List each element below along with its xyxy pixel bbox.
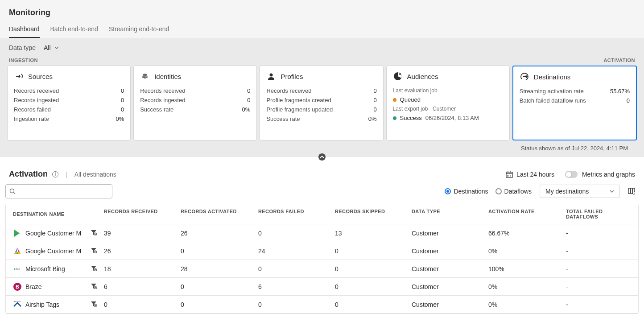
destination-name: Google Customer M bbox=[25, 230, 81, 237]
cell-received: 39 bbox=[100, 230, 177, 237]
audiences-icon bbox=[393, 71, 403, 81]
label: Ingestion rate bbox=[14, 116, 49, 122]
row-filter-icon[interactable] bbox=[91, 229, 97, 237]
card-sources[interactable]: Sources Records received0 Records ingest… bbox=[7, 66, 131, 140]
svg-point-14 bbox=[10, 189, 14, 193]
th-received[interactable]: RECORDS RECEIVED bbox=[100, 204, 177, 224]
th-totalfailed[interactable]: TOTAL FAILED DATAFLOWS bbox=[562, 204, 634, 224]
card-identities[interactable]: Identities Records received0 Records ing… bbox=[133, 66, 257, 140]
collapse-handle[interactable] bbox=[317, 152, 327, 162]
table-row[interactable]: BingMicrosoft Bing182800Customer100%- bbox=[6, 260, 638, 278]
fingerprint-icon bbox=[140, 71, 150, 81]
label: Records received bbox=[266, 87, 311, 94]
value: 0 bbox=[121, 97, 124, 103]
cell-failed: 24 bbox=[255, 248, 331, 255]
row-filter-icon[interactable] bbox=[91, 283, 97, 290]
cell-activated: 26 bbox=[177, 230, 255, 237]
cell-skipped: 13 bbox=[331, 230, 408, 237]
info-icon[interactable]: i bbox=[52, 171, 58, 177]
cell-name: BBraze bbox=[6, 282, 100, 291]
search-input[interactable] bbox=[16, 188, 108, 195]
destination-logo: AIRSHIP bbox=[13, 300, 22, 309]
th-failed[interactable]: RECORDS FAILED bbox=[255, 204, 331, 224]
value: 0 bbox=[121, 106, 124, 113]
th-datatype[interactable]: DATA TYPE bbox=[408, 204, 485, 224]
cell-received: 18 bbox=[100, 265, 177, 272]
card-profiles[interactable]: Profiles Records received0 Profile fragm… bbox=[260, 66, 383, 140]
label: Records failed bbox=[14, 106, 51, 113]
svg-text:B: B bbox=[16, 284, 19, 289]
radio-dataflows[interactable]: Dataflows bbox=[495, 188, 532, 195]
search-icon bbox=[9, 188, 16, 194]
sources-title: Sources bbox=[28, 73, 53, 80]
cell-datatype: Customer bbox=[408, 265, 485, 272]
svg-point-4 bbox=[399, 73, 401, 75]
divider: | bbox=[66, 171, 67, 178]
cell-skipped: 0 bbox=[331, 301, 408, 308]
metrics-toggle[interactable] bbox=[565, 171, 578, 178]
cell-skipped: 0 bbox=[331, 248, 408, 255]
label: Records ingested bbox=[140, 97, 185, 103]
row-filter-icon[interactable] bbox=[91, 301, 97, 308]
row-filter-icon[interactable] bbox=[91, 247, 97, 255]
th-activated[interactable]: RECORDS ACTIVATED bbox=[177, 204, 255, 224]
destination-logo bbox=[13, 247, 22, 256]
radio-icon bbox=[495, 188, 502, 194]
last-eval-label: Last evaluation job bbox=[393, 87, 503, 94]
svg-point-20 bbox=[634, 193, 635, 194]
th-skipped[interactable]: RECORDS SKIPPED bbox=[331, 204, 408, 224]
table-row[interactable]: Google Customer M3926013Customer66.67%- bbox=[6, 224, 638, 242]
card-destinations[interactable]: Destinations Streaming activation rate55… bbox=[512, 66, 637, 140]
svg-text:Bing: Bing bbox=[16, 268, 20, 270]
radio-destinations[interactable]: Destinations bbox=[445, 188, 488, 195]
destination-logo: B bbox=[13, 282, 22, 291]
time-range-picker[interactable]: Last 24 hours bbox=[506, 171, 554, 178]
calendar-icon bbox=[506, 171, 513, 178]
status-footer: Status shown as of Jul 22, 2024, 4:11 PM bbox=[7, 140, 637, 152]
audiences-title: Audiences bbox=[407, 73, 438, 80]
th-name[interactable]: DESTINATION NAME bbox=[6, 204, 100, 224]
identities-title: Identities bbox=[154, 73, 181, 80]
label: Success rate bbox=[266, 116, 300, 122]
cell-received: 0 bbox=[100, 301, 177, 308]
tab-streaming[interactable]: Streaming end-to-end bbox=[109, 25, 169, 38]
cell-name: Google Customer M bbox=[6, 229, 100, 238]
chevron-down-icon bbox=[610, 189, 614, 194]
radio-destinations-label: Destinations bbox=[454, 188, 488, 195]
table-row[interactable]: BBraze6060Customer0%- bbox=[6, 278, 638, 296]
row-filter-icon[interactable] bbox=[91, 265, 97, 272]
cell-rate: 100% bbox=[485, 265, 562, 272]
tab-batch[interactable]: Batch end-to-end bbox=[50, 25, 98, 38]
tab-dashboard[interactable]: Dashboard bbox=[9, 25, 40, 38]
destination-logo: Bing bbox=[13, 264, 22, 273]
table-row[interactable]: Google Customer M260240Customer0%- bbox=[6, 242, 638, 260]
destination-name: Microsoft Bing bbox=[25, 265, 65, 272]
th-rate[interactable]: ACTIVATION RATE bbox=[485, 204, 562, 224]
status-dot-success bbox=[393, 116, 396, 120]
table-row[interactable]: AIRSHIPAirship Tags0000Customer0%- bbox=[6, 296, 638, 314]
destination-logo bbox=[13, 229, 22, 238]
label: Records ingested bbox=[14, 97, 59, 103]
profiles-title: Profiles bbox=[281, 73, 303, 80]
column-settings-icon[interactable] bbox=[628, 187, 635, 196]
cell-datatype: Customer bbox=[408, 301, 485, 308]
cell-received: 6 bbox=[100, 283, 177, 290]
metrics-toggle-label: Metrics and graphs bbox=[582, 171, 635, 178]
svg-rect-16 bbox=[628, 188, 630, 194]
cell-received: 26 bbox=[100, 248, 177, 255]
card-audiences[interactable]: Audiences Last evaluation job Queued Las… bbox=[386, 66, 510, 140]
search-box[interactable] bbox=[5, 184, 112, 198]
destination-name: Braze bbox=[25, 283, 42, 290]
sources-icon bbox=[14, 71, 24, 81]
svg-text:AIRSHIP: AIRSHIP bbox=[14, 301, 21, 303]
destination-name: Google Customer M bbox=[25, 248, 81, 255]
svg-rect-17 bbox=[631, 188, 632, 194]
cell-name: Google Customer M bbox=[6, 247, 100, 256]
export-time: 06/26/2024, 8:13 AM bbox=[425, 115, 479, 121]
cell-totalfailed: - bbox=[562, 248, 634, 255]
status-dot-queued bbox=[393, 98, 396, 102]
data-type-select[interactable]: All bbox=[44, 44, 59, 51]
destinations-dropdown[interactable]: My destinations bbox=[540, 185, 620, 198]
data-type-value: All bbox=[44, 44, 51, 51]
cell-activated: 0 bbox=[177, 248, 255, 255]
